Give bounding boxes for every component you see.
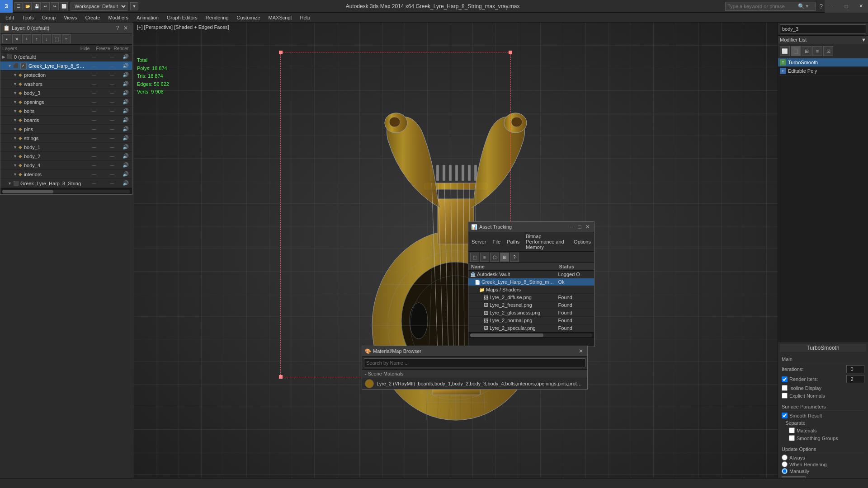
isoline-checkbox[interactable]: [782, 385, 788, 391]
redo-btn[interactable]: ↪: [51, 2, 59, 10]
menu-item-graph-editors[interactable]: Graph Editors: [163, 14, 201, 21]
material-close-btn[interactable]: ✕: [577, 347, 585, 355]
layer-item[interactable]: ▼ ◆ body_2 — — 🔊: [0, 152, 132, 161]
layers-help-btn[interactable]: ?: [114, 24, 121, 32]
layer-item[interactable]: ▼ ◆ body_4 — — 🔊: [0, 161, 132, 170]
help-icon[interactable]: ?: [817, 3, 825, 10]
asset-btn-2[interactable]: ≡: [480, 253, 489, 262]
smoothing-groups-checkbox[interactable]: [789, 435, 795, 441]
layer-item[interactable]: ▼ ◆ strings — — 🔊: [0, 134, 132, 143]
object-name-input[interactable]: [780, 24, 866, 33]
asset-menu-server[interactable]: Server: [470, 239, 487, 245]
material-item[interactable]: Lyre_2 (VRayMtl) [boards,body_1,body_2,b…: [362, 378, 587, 389]
layer-view-btn[interactable]: ⬚: [52, 34, 61, 43]
menu-item-create[interactable]: Create: [81, 14, 104, 21]
save-btn[interactable]: 💾: [33, 2, 41, 10]
layer-item[interactable]: ▼ ◆ pins — — 🔊: [0, 125, 132, 134]
menu-item-animation[interactable]: Animation: [133, 14, 162, 21]
asset-menu-paths[interactable]: Paths: [505, 239, 521, 245]
panel-icon-1[interactable]: ⬜: [780, 46, 790, 56]
layer-item[interactable]: ▼ ◆ washers — — 🔊: [0, 80, 132, 89]
manually-radio[interactable]: [782, 468, 788, 474]
asset-menu-bitmap[interactable]: Bitmap Performance and Memory: [524, 233, 569, 250]
turbosmoothmodifier-item[interactable]: T TurboSmooth: [778, 58, 868, 67]
layer-select-btn[interactable]: ▪: [2, 34, 11, 43]
layer-move-down-btn[interactable]: ↓: [42, 34, 51, 43]
layer-select-box[interactable]: ✓: [20, 63, 27, 69]
asset-maximize-btn[interactable]: □: [576, 223, 583, 230]
minimize-btn[interactable]: –: [825, 0, 839, 13]
asset-table-row[interactable]: 🖼Lyre_2_normal.png Found: [468, 317, 594, 324]
always-radio[interactable]: [782, 455, 788, 460]
asset-scrollbar[interactable]: [468, 332, 594, 338]
maximize-btn[interactable]: □: [839, 0, 854, 13]
menu-item-edit[interactable]: Edit: [2, 14, 18, 21]
asset-close-btn[interactable]: ✕: [584, 223, 591, 230]
search-more-icon[interactable]: ▼: [805, 4, 809, 9]
menu-item-help[interactable]: Help: [297, 14, 314, 21]
iterations-input[interactable]: [846, 365, 864, 373]
open-btn[interactable]: 📂: [24, 2, 32, 10]
layer-item[interactable]: ▼ ⬛ Greek_Lyre_Harp_8_String — — 🔊: [0, 179, 132, 188]
layers-scrollbar[interactable]: [0, 188, 132, 194]
editablepoly-modifier-item[interactable]: E Editable Poly: [778, 67, 868, 75]
asset-table-row[interactable]: 🖼Lyre_2_fresnel.png Found: [468, 301, 594, 309]
menu-item-maxscript[interactable]: MAXScript: [265, 14, 296, 21]
asset-btn-3[interactable]: ⬡: [490, 253, 499, 262]
viewport[interactable]: [+] [Perspective] [Shaded + Edged Faces]…: [133, 23, 778, 488]
asset-table-row[interactable]: 🖼Lyre_2_diffuse.png Found: [468, 294, 594, 301]
layer-item[interactable]: ▶ ⬛ 0 (default) — — 🔊: [0, 52, 132, 61]
layer-item[interactable]: ▼ ◆ openings — — 🔊: [0, 98, 132, 107]
layer-item[interactable]: ▼ ◆ protection — — 🔊: [0, 70, 132, 80]
panel-icon-4[interactable]: ≡: [812, 46, 822, 56]
workspace-selector[interactable]: Workspace: Default: [71, 2, 127, 11]
panel-icon-3[interactable]: ⊞: [802, 46, 811, 56]
menu-item-group[interactable]: Group: [38, 14, 60, 21]
render-iters-input[interactable]: [846, 375, 864, 383]
asset-table-row[interactable]: 📄Greek_Lyre_Harp_8_String_max_vray.max O…: [468, 278, 594, 286]
asset-btn-1[interactable]: ⬚: [470, 253, 479, 262]
panel-icon-5[interactable]: ⊡: [823, 46, 833, 56]
panel-icon-2[interactable]: ⬚: [791, 46, 801, 56]
menu-item-rendering[interactable]: Rendering: [202, 14, 232, 21]
undo-btn[interactable]: ↩: [42, 2, 50, 10]
materials-checkbox[interactable]: [789, 427, 795, 433]
menu-item-customize[interactable]: Customize: [233, 14, 264, 21]
when-rendering-radio[interactable]: [782, 461, 788, 467]
asset-table-row[interactable]: 🏦Autodesk Vault Logged O: [468, 271, 594, 278]
asset-status-cell: Logged O: [557, 271, 594, 278]
layer-item[interactable]: ▼ ◆ boards — — 🔊: [0, 116, 132, 125]
explicit-normals-checkbox[interactable]: [782, 393, 788, 399]
layer-item[interactable]: ▼ ⬛ ✓ Greek_Lyre_Harp_8_String — — 🔊: [0, 61, 132, 70]
asset-btn-help[interactable]: ?: [510, 253, 519, 262]
layer-options-btn[interactable]: ≡: [62, 34, 71, 43]
layer-delete-btn[interactable]: ✕: [12, 34, 21, 43]
search-icon[interactable]: 🔍: [798, 3, 805, 9]
menu-item-tools[interactable]: Tools: [19, 14, 38, 21]
material-search-input[interactable]: [364, 358, 585, 367]
smooth-result-checkbox[interactable]: [782, 413, 788, 418]
layer-item[interactable]: ▼ ◆ body_1 — — 🔊: [0, 143, 132, 152]
asset-table-row[interactable]: 📁Maps / Shaders: [468, 286, 594, 294]
render-iters-checkbox[interactable]: [782, 376, 788, 382]
asset-table-row[interactable]: 🖼Lyre_2_specular.png Found: [468, 324, 594, 332]
layer-item[interactable]: ▼ ◆ body_3 — — 🔊: [0, 89, 132, 98]
layer-item[interactable]: ▼ ◆ bolts — — 🔊: [0, 107, 132, 116]
new-btn[interactable]: ☰: [14, 2, 23, 10]
menu-item-views[interactable]: Views: [60, 14, 80, 21]
asset-btn-4[interactable]: ⊞: [500, 253, 509, 262]
layer-move-up-btn[interactable]: ↑: [32, 34, 41, 43]
asset-minimize-btn[interactable]: –: [568, 223, 575, 230]
workspace-arrow-btn[interactable]: ▼: [130, 2, 138, 10]
expand-arrow: ▼: [13, 91, 17, 95]
search-input[interactable]: [726, 4, 798, 9]
render-setup-btn[interactable]: ⬜: [60, 2, 68, 10]
asset-menu-file[interactable]: File: [491, 239, 502, 245]
layer-item[interactable]: ▼ ◆ interiors — — 🔊: [0, 170, 132, 179]
asset-menu-options[interactable]: Options: [572, 239, 592, 245]
layers-close-btn[interactable]: ✕: [122, 24, 129, 32]
asset-table-row[interactable]: 🖼Lyre_2_glossiness.png Found: [468, 309, 594, 317]
layer-add-btn[interactable]: +: [22, 34, 31, 43]
close-btn[interactable]: ✕: [854, 0, 868, 13]
menu-item-modifiers[interactable]: Modifiers: [104, 14, 132, 21]
